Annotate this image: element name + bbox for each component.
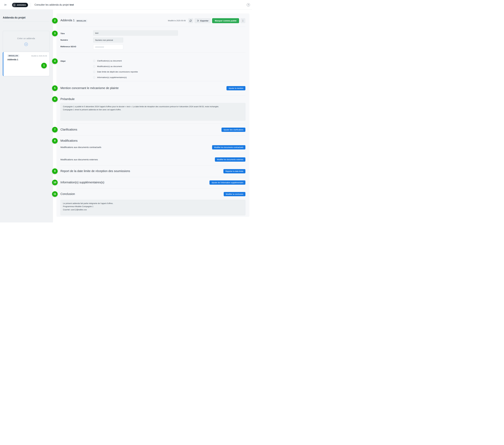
objet-label: Objet (60, 60, 66, 62)
status-badge: BROUILLON (7, 54, 19, 57)
annotation-badge-4: 4 (52, 58, 58, 64)
additional-info-heading: Information(s) supplémentaires(s) (60, 181, 104, 184)
add-clarifications-button[interactable]: Ajouter des clarifications (221, 128, 245, 132)
refresh-button[interactable] (188, 18, 193, 23)
kebab-icon: ⋮ (242, 19, 244, 22)
preambule-text: Compagnie 1 a publié le 5 décembre 2024 … (60, 103, 245, 121)
mark-published-button[interactable]: Marquer comme publié (212, 18, 239, 23)
checkbox-modifications[interactable] (93, 65, 95, 68)
document-icon (13, 3, 16, 7)
page-title-prefix: Consulter les addenda du projet (35, 3, 69, 6)
header-actions: Modifié le 2025-05-06 Exporter (168, 18, 245, 23)
create-addenda-label: Créer un addenda (3, 37, 49, 40)
app-logo: ADDENDA (12, 3, 28, 7)
create-addenda-button[interactable]: Créer un addenda (3, 31, 49, 51)
checkbox-row: Date limite de dépôt des soumissions rep… (93, 71, 138, 73)
plus-circle-icon (24, 42, 28, 46)
annotation-badge-11: 11 (52, 191, 58, 197)
annotation-badge-3: 3 (52, 31, 58, 36)
clarifications-heading: Clarifications (60, 128, 77, 131)
addenda-card-title: Addenda 1 (7, 58, 18, 61)
divider (60, 135, 245, 136)
modified-date: Modifié le 2025-05-06 (31, 55, 47, 57)
annotation-badge-7: 7 (52, 127, 58, 132)
addenda-title: Addenda 1 (60, 19, 75, 22)
mention-heading: Mention concernant le mécanisme de plain… (60, 86, 119, 90)
conclusion-heading: Conclusion (60, 192, 75, 196)
checkbox-date-limite[interactable] (93, 71, 95, 73)
report-heading: Report de la date limite de réception de… (60, 169, 130, 173)
seao-reference-label: Référence SEAO (60, 45, 76, 48)
modifications-heading: Modifications (60, 139, 78, 142)
refresh-icon (189, 19, 192, 22)
preambule-heading: Préambule (60, 97, 75, 101)
annotation-badge-2: 2 (52, 18, 58, 23)
edit-contractual-documents-button[interactable]: Modifier les documents contractuels (212, 145, 245, 149)
title-input[interactable] (93, 30, 178, 36)
sidebar: Addenda du projet Créer un addenda BROUI… (0, 10, 53, 223)
collapse-sidebar-icon[interactable] (4, 3, 8, 7)
conclusion-text: Le présent addenda fait partie intégrant… (60, 200, 245, 215)
more-options-button[interactable]: ⋮ (240, 18, 245, 23)
divider (60, 165, 245, 165)
divider (60, 81, 245, 81)
edit-conclusion-button[interactable]: Modifier la conclusion (224, 192, 245, 196)
checkbox-label: Clarification(s) au document (97, 60, 122, 62)
postpone-deadline-button[interactable]: Reporter la date limite (223, 169, 245, 173)
modifications-externes-label: Modifications aux documents externes (60, 158, 98, 161)
checkbox-label: Date limite de dépôt des soumissions rep… (97, 71, 138, 73)
seao-reference-input[interactable] (93, 44, 123, 50)
checkbox-label: Modification(s) au document (97, 65, 122, 68)
sidebar-heading: Addenda du projet (3, 16, 26, 19)
divider (60, 189, 245, 189)
add-additional-info-button[interactable]: Ajouter de l’information supplémentaire (209, 180, 245, 185)
top-bar: ADDENDA Consulter les addenda du projet … (0, 0, 252, 10)
checkbox-clarifications[interactable] (93, 60, 95, 62)
annotation-badge-6: 6 (52, 96, 58, 102)
export-icon (197, 19, 199, 22)
checkbox-row: Modification(s) au document (93, 65, 122, 68)
annotation-badge-8: 8 (52, 138, 58, 143)
divider (31, 3, 31, 7)
divider (60, 27, 245, 27)
app-name: ADDENDA (17, 4, 26, 6)
divider (60, 177, 245, 177)
status-badge: BROUILLON (75, 19, 87, 22)
modified-date: Modifié le 2025-05-06 (168, 20, 186, 22)
export-button[interactable]: Exporter (195, 18, 211, 23)
title-label: Titre (60, 32, 65, 35)
export-label: Exporter (200, 20, 209, 22)
help-icon[interactable]: ? (247, 3, 250, 6)
checkbox-informations[interactable] (93, 76, 95, 78)
number-label: Numéro (60, 39, 68, 41)
project-name: test (70, 3, 74, 6)
modifications-contractuels-label: Modifications aux documents contractuels (60, 146, 101, 148)
add-mention-button[interactable]: Ajouter la mention (226, 86, 245, 90)
addenda-detail-panel: Addenda 1 BROUILLON Modifié le 2025-05-0… (56, 14, 249, 217)
checkbox-label: Information(s) supplémentaires(s) (97, 76, 127, 78)
annotation-badge-10: 10 (52, 180, 58, 185)
checkbox-row: Information(s) supplémentaires(s) (93, 76, 127, 78)
annotation-badge-9: 9 (52, 168, 58, 174)
annotation-badge-5: 5 (52, 85, 58, 91)
number-input[interactable] (93, 37, 123, 43)
checkbox-row: Clarification(s) au document (93, 60, 122, 62)
edit-external-documents-button[interactable]: Modifier les documents externes (215, 157, 245, 162)
divider (60, 95, 245, 96)
page-title: Consulter les addenda du projet test (35, 0, 74, 10)
annotation-badge-1: 1 (41, 63, 47, 68)
